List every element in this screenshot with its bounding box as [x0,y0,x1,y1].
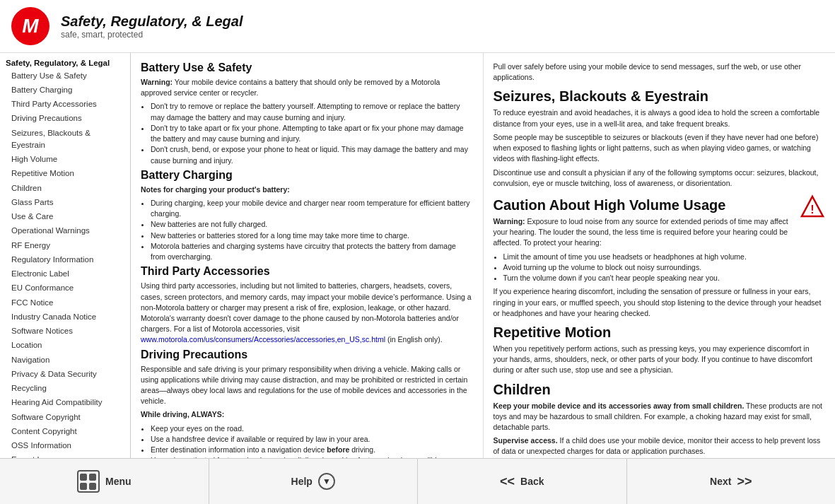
sidebar-item-regulatory[interactable]: Regulatory Information [0,252,130,266]
battery-use-bullets: Don't try to remove or replace the batte… [151,101,473,165]
sidebar-title: Safety, Regulatory, & Legal [0,57,130,69]
warning-label-hv: Warning: [494,217,525,225]
always-label: While driving, ALWAYS: [141,410,224,418]
sidebar-item-eu[interactable]: EU Conformance [0,281,130,295]
sidebar-item-software-notices[interactable]: Software Notices [0,324,130,339]
sidebar-item-electronic-label[interactable]: Electronic Label [0,267,130,281]
warning-label: Warning: [141,78,173,86]
third-party-text: Using third party accessories, including… [141,281,473,345]
driving-always-label: While driving, ALWAYS: [141,409,473,420]
battery-charging-notes: Notes for charging your product's batter… [141,184,473,195]
next-label: Next [710,476,731,487]
bullet-item: Don't try to remove or replace the batte… [151,101,473,122]
sidebar-item-use-care[interactable]: Use & Care [0,210,130,224]
section-battery-use: Battery Use & Safety Warning: Your mobil… [141,61,473,166]
high-volume-warning: Warning: Exposure to loud noise from any… [494,216,796,249]
children-supervise: Supervise access. If a child does use yo… [494,435,826,457]
menu-dot [80,474,87,481]
menu-dot [89,474,96,481]
children-warning: Keep your mobile device and its accessor… [494,401,826,433]
notes-label: Notes for charging your product's batter… [141,185,290,194]
bullet-item: Keep your eyes on the road. [151,423,473,434]
toolbar: Menu Help ▼ << Back Next >> [0,458,835,504]
help-button[interactable]: Help ▼ [209,459,419,504]
intro-text: Pull over safely before using your mobil… [494,61,826,83]
sidebar-item-rf-energy[interactable]: RF Energy [0,238,130,252]
bullet-item: During charging, keep your mobile device… [151,198,473,219]
section-battery-charging: Battery Charging Notes for charging your… [141,169,473,263]
bullet-item: Motorola batteries and charging systems … [151,241,473,262]
next-button[interactable]: Next >> [627,459,836,504]
battery-charging-bullets: During charging, keep your mobile device… [151,198,473,262]
seizures-title: Seizures, Blackouts & Eyestrain [494,88,826,105]
sidebar-item-location[interactable]: Location [0,339,130,353]
children-title: Children [494,382,826,398]
next-chevron-icon: >> [737,474,752,489]
high-volume-after: If you experience hearing discomfort, in… [494,286,826,319]
content-area: Battery Use & Safety Warning: Your mobil… [131,53,835,458]
driving-bullets: Keep your eyes on the road. Use a handsf… [151,423,473,458]
section-children: Children Keep your mobile device and its… [494,382,826,457]
sidebar-item-driving[interactable]: Driving Precautions [0,112,130,126]
help-label: Help [291,476,313,487]
battery-use-warning: Warning: Your mobile device contains a b… [141,77,473,98]
sidebar-item-battery-use[interactable]: Battery Use & Safety [0,69,130,83]
bullet-item: Enter destination information into a nav… [151,445,473,455]
sidebar-item-children[interactable]: Children [0,181,130,195]
battery-charging-title: Battery Charging [141,169,473,182]
motorola-url[interactable]: www.motorola.com/us/consumers/Accessorie… [141,335,385,344]
sidebar-item-hearing-aid[interactable]: Hearing Aid Compatibility [0,396,130,410]
main-content: Safety, Regulatory, & Legal Battery Use … [0,53,835,458]
sidebar-item-third-party[interactable]: Third Party Accessories [0,98,130,112]
sidebar-item-export[interactable]: Export Law [0,453,130,458]
seizures-p3: Discontinue use and consult a physician … [494,168,826,189]
sidebar-item-seizures[interactable]: Seizures, Blackouts & Eyestrain [0,126,130,153]
sidebar-item-privacy[interactable]: Privacy & Data Security [0,367,130,381]
header-text: Safety, Regulatory, & Legal safe, smart,… [61,13,243,40]
scroll-icon: ▼ [318,473,335,490]
repetitive-motion-title: Repetitive Motion [494,324,826,341]
sidebar-item-navigation[interactable]: Navigation [0,353,130,367]
page-subtitle: safe, smart, protected [61,30,243,40]
third-party-title: Third Party Accessories [141,265,473,278]
page-title: Safety, Regulatory, & Legal [61,13,243,30]
sidebar: Safety, Regulatory, & Legal Battery Use … [0,53,131,458]
back-button[interactable]: << Back [418,459,627,504]
high-volume-bullets: Limit the amount of time you use headset… [503,252,796,284]
bullet-item: Limit the amount of time you use headset… [503,252,796,262]
section-driving: Driving Precautions Responsible and safe… [141,348,473,458]
sidebar-item-battery-charging[interactable]: Battery Charging [0,83,130,97]
sidebar-item-industry-canada[interactable]: Industry Canada Notice [0,310,130,324]
children-bold-warning: Keep your mobile device and its accessor… [494,402,745,410]
motorola-logo: M [11,7,49,45]
menu-button[interactable]: Menu [0,459,209,504]
menu-dot [80,483,87,490]
bullet-item: Don't try to take apart or fix your phon… [151,123,473,144]
warning-triangle-icon: ! [800,194,825,223]
bullet-item: Don't crush, bend, or expose your phone … [151,144,473,165]
driving-text: Responsible and safe driving is your pri… [141,364,473,407]
sidebar-item-software-copyright[interactable]: Software Copyright [0,410,130,424]
high-volume-title: Caution About High Volume Usage [494,197,796,213]
logo-letter: M [22,16,38,36]
sidebar-item-recycling[interactable]: Recycling [0,382,130,396]
battery-use-title: Battery Use & Safety [141,61,473,74]
sidebar-item-content-copyright[interactable]: Content Copyright [0,424,130,438]
sidebar-item-operational-warnings[interactable]: Operational Warnings [0,224,130,238]
sidebar-item-high-volume[interactable]: High Volume [0,153,130,167]
header: M Safety, Regulatory, & Legal safe, smar… [0,0,835,53]
seizures-p2: Some people may be susceptible to seizur… [494,132,826,165]
sidebar-item-fcc[interactable]: FCC Notice [0,295,130,310]
back-chevron-icon: << [500,474,515,489]
menu-grid-icon [80,474,96,490]
seizures-p1: To reduce eyestrain and avoid headaches,… [494,107,826,129]
menu-icon [77,470,100,493]
section-repetitive-motion: Repetitive Motion When you repetitively … [494,324,826,376]
sidebar-item-oss[interactable]: OSS Information [0,439,130,453]
col-right: Pull over safely before using your mobil… [484,53,836,458]
back-label: Back [520,476,544,487]
sidebar-item-repetitive-motion[interactable]: Repetitive Motion [0,167,130,181]
sidebar-item-glass-parts[interactable]: Glass Parts [0,195,130,209]
col-left: Battery Use & Safety Warning: Your mobil… [131,53,484,458]
repetitive-motion-text: When you repetitively perform actions, s… [494,344,826,376]
